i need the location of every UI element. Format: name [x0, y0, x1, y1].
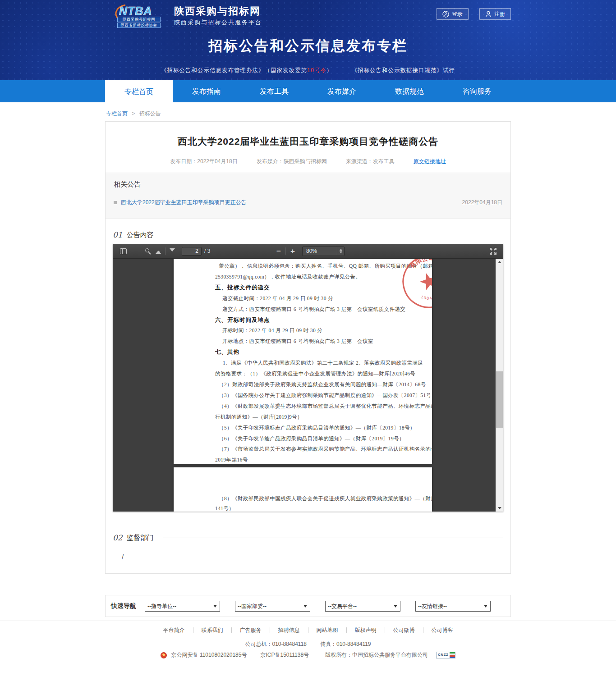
publish-media: 发布媒介：陕西采购与招标网 [257, 158, 327, 165]
document-text-line: （5）《关于印发环境标志产品政府采购品目清单的通知》—（财库〔2019〕18号） [215, 423, 423, 434]
sidebar-icon [120, 248, 127, 254]
fullscreen-icon [490, 248, 496, 255]
trading-platform-select[interactable]: --交易平台-- [325, 601, 400, 612]
document-text-line: 开标地点：西安市红缨路南口 6 号均明拍卖广场 3 层第一会议室 [215, 336, 423, 347]
svg-text:100460145: 100460145 [419, 287, 432, 304]
banner-subtitle: 《招标公告和公示信息发布管理办法》（国家发改委第10号令）《招标公告和公示数据接… [0, 67, 616, 74]
footer-link[interactable]: 广告服务 [232, 627, 270, 633]
register-button[interactable]: 注册 [479, 8, 511, 20]
login-button[interactable]: 登录 [437, 8, 469, 20]
scrollbar-thumb[interactable] [496, 371, 503, 428]
company-phone: 公司总机：010-88484118 [245, 640, 307, 648]
national-ministries-select[interactable]: --国家部委-- [235, 601, 310, 612]
previous-page-button[interactable] [152, 246, 164, 256]
site-subtitle: 陕西采购与招标公共服务平台 [174, 18, 262, 27]
pdf-toolbar: / 3 − + 80% [113, 244, 503, 259]
plus-icon: + [290, 247, 295, 255]
find-button[interactable] [141, 246, 152, 256]
pdf-page-2: 盖公章）， 信息说明必须包含：购买人姓名、手机号、QQ 邮箱、所购买项目的编号（… [174, 259, 432, 464]
zoom-level-value: 80% [303, 248, 337, 254]
red-seal-stamp-icon: 有限公司 100460145 [400, 259, 432, 311]
sidebar-toggle-button[interactable] [117, 246, 129, 256]
document-text-line: （8）《财政部民政部中国残疾人联合会关于促进残疾人就业政府采购政策的通知》—（财… [215, 494, 423, 503]
toolbar-separator [165, 247, 165, 255]
footer-link[interactable]: 公司微博 [385, 627, 423, 633]
friendly-links-select[interactable]: --友情链接-- [415, 601, 491, 612]
tab-data-standards[interactable]: 数据规范 [376, 80, 443, 102]
presentation-mode-button[interactable] [487, 246, 499, 256]
toolbar-separator [285, 247, 286, 255]
main-nav: 专栏首页 发布指南 发布工具 发布媒介 数据规范 咨询服务 [0, 80, 616, 102]
zoom-out-button[interactable]: − [273, 246, 285, 256]
quick-nav-label: 快速导航 [111, 602, 136, 610]
source-channel: 来源渠道：发布工具 [346, 158, 395, 165]
section-divider-line [163, 538, 503, 538]
footer-links: 平台简介联系我们广告服务招聘信息网站地图版权声明公司微博公司博客 [0, 627, 616, 633]
related-heading: 相关公告 [114, 180, 502, 189]
document-text-line: （7）《市场监督总局关于发布参与实施政府采购节能产品、环境标志产品认证机构名录的… [215, 444, 423, 455]
logo-mark-icon: NTBA 陕西采购与招标网 陕西省招标投标协会 [113, 4, 170, 28]
guide-unit-select[interactable]: --指导单位-- [145, 601, 220, 612]
section-01-header: 01 公告内容 [113, 230, 503, 239]
document-text-line: 141号） [215, 503, 423, 512]
register-label: 注册 [494, 10, 505, 18]
user-icon [485, 11, 492, 18]
footer-link[interactable]: 公司博客 [423, 627, 461, 633]
document-text-line: 的资格要求：（1）《政府采购促进中小企业发展管理办法》的通知—财库[2020]4… [215, 369, 423, 379]
footer-link[interactable]: 平台简介 [155, 627, 193, 633]
document-text-line: 五、投标文件的递交 [215, 283, 423, 293]
article-panel: 西北大学2022届毕业生蓝田玉印章采购项目竞争性磋商公告 发布日期：2022年0… [105, 121, 511, 574]
quick-nav-panel: 快速导航 --指导单位-- --国家部委-- --交易平台-- --友情链接-- [105, 595, 511, 617]
publish-date: 发布日期：2022年04月18日 [170, 158, 237, 165]
next-page-button[interactable] [166, 246, 178, 256]
document-text-line: 递交方式：西安市红缨路南口 6 号均明拍卖广场 3 层第一会议室纸质文件递交 [215, 304, 423, 315]
arrow-down-icon [169, 248, 175, 254]
svg-text:有限公司: 有限公司 [406, 259, 432, 271]
site-header: NTBA 陕西采购与招标网 陕西省招标投标协会 陕西采购与招标网 陕西采购与招标… [0, 0, 616, 80]
pdf-scrollbar[interactable] [496, 259, 503, 512]
search-icon [145, 248, 149, 252]
page-gap [113, 464, 503, 467]
breadcrumb-separator: > [132, 110, 135, 117]
document-text-line: 2530359791@qq.com），收件地址电话及收款账户详见公告。 [215, 272, 423, 283]
banner-title: 招标公告和公示信息发布专栏 [0, 37, 616, 55]
zoom-level-select[interactable]: 80% [302, 247, 345, 256]
square-bullet-icon [114, 201, 117, 204]
related-announcements: 相关公告 西北大学2022届毕业生蓝田玉印章采购项目更正公告 2022年04月1… [106, 173, 510, 219]
footer-link[interactable]: 联系我们 [193, 627, 232, 633]
footer-link[interactable]: 招聘信息 [270, 627, 308, 633]
scroll-up-arrow[interactable] [496, 259, 503, 265]
pdf-page-3: （8）《财政部民政部中国残疾人联合会关于促进残疾人就业政府采购政策的通知》—（财… [174, 467, 432, 512]
pdf-content-area[interactable]: 盖公章）， 信息说明必须包含：购买人姓名、手机号、QQ 邮箱、所购买项目的编号（… [113, 259, 503, 512]
minus-icon: − [276, 247, 281, 255]
copyright-text: 版权所有：中国招标公共服务平台有限公司 [325, 651, 428, 659]
breadcrumb-current: 招标公告 [139, 110, 161, 117]
breadcrumb-home-link[interactable]: 专栏首页 [106, 110, 128, 117]
pdf-viewer: / 3 − + 80% [113, 244, 503, 512]
site-footer: 平台简介联系我们广告服务招聘信息网站地图版权声明公司微博公司博客 公司总机：01… [0, 621, 616, 659]
zoom-in-button[interactable]: + [287, 246, 299, 256]
cnzz-stats-badge[interactable]: CNZZ [436, 652, 455, 658]
footer-link[interactable]: 网站地图 [308, 627, 347, 633]
tab-consult-service[interactable]: 咨询服务 [443, 80, 511, 102]
cnzz-stripes-icon [450, 652, 455, 658]
supervisory-department-value: / [122, 553, 510, 573]
related-item-link[interactable]: 西北大学2022届毕业生蓝田玉印章采购项目更正公告 [121, 199, 247, 206]
site-logo[interactable]: NTBA 陕西采购与招标网 陕西省招标投标协会 陕西采购与招标网 陕西采购与招标… [113, 4, 262, 28]
scroll-down-arrow[interactable] [496, 505, 503, 512]
tab-publish-tools[interactable]: 发布工具 [240, 80, 308, 102]
breadcrumb: 专栏首页 > 招标公告 [105, 110, 511, 118]
svg-text:NTBA: NTBA [119, 5, 152, 17]
tab-column-home[interactable]: 专栏首页 [105, 80, 173, 105]
section-01-number: 01 [113, 230, 123, 239]
section-02-header: 02 监督部门 [113, 533, 503, 542]
select-arrows-icon [337, 247, 344, 255]
section-divider-line [163, 235, 503, 235]
page-number-input[interactable] [182, 247, 202, 256]
tab-publish-guide[interactable]: 发布指南 [173, 80, 240, 102]
tab-publish-media[interactable]: 发布媒介 [308, 80, 376, 102]
section-02-number: 02 [113, 533, 123, 542]
footer-link[interactable]: 版权声明 [347, 627, 385, 633]
footer-legal-row: 京公网安备 11010802020185号 京ICP备15011138号 版权所… [0, 651, 616, 659]
original-link[interactable]: 原文链接地址 [414, 158, 446, 165]
